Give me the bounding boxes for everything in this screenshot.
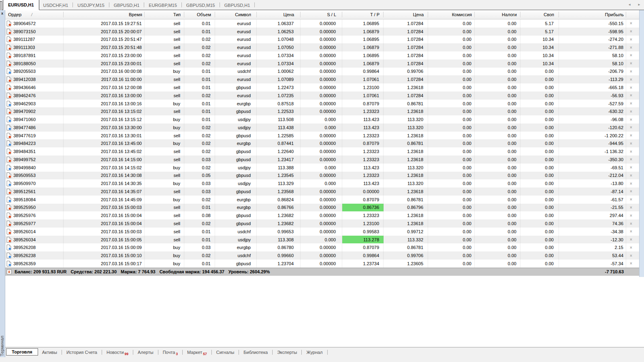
vertical-scrollbar[interactable] (639, 10, 644, 277)
terminal-tab[interactable]: История Счета (62, 349, 101, 356)
terminal-tab[interactable]: Торговля (6, 348, 38, 356)
order-row[interactable]: 3895263592017.03.16 15:00:17buy0.01gbpus… (5, 260, 639, 268)
order-row[interactable]: 3894842232017.03.16 13:45:00buy0.02eurgb… (5, 139, 639, 147)
close-order-icon[interactable]: × (626, 172, 639, 180)
chart-tab[interactable]: EURUSD,H1 (3, 0, 39, 10)
close-order-icon[interactable]: × (626, 28, 639, 36)
chart-tab[interactable]: EURGBP,M15 (145, 1, 181, 9)
close-order-icon[interactable]: × (626, 219, 639, 228)
column-header-tp[interactable]: T / P (342, 10, 384, 19)
close-order-icon[interactable]: × (626, 228, 639, 236)
close-order-icon[interactable]: × (626, 187, 639, 196)
terminal-tab[interactable]: Библиотека (239, 349, 272, 356)
close-order-icon[interactable]: × (626, 196, 639, 204)
column-header-price-open[interactable]: Цена (257, 10, 301, 19)
tabs-scroll-right-icon[interactable]: ► (638, 3, 641, 7)
order-row[interactable]: 3895125612017.03.16 14:35:07sell0.03gbpu… (5, 187, 639, 196)
close-order-icon[interactable]: × (626, 236, 639, 244)
terminal-tab[interactable]: Журнал (302, 349, 326, 356)
order-row[interactable]: 3894997522017.03.16 14:15:00sell0.03gbpu… (5, 155, 639, 164)
order-row[interactable]: 3892055032017.03.16 00:00:08buy0.01usdch… (5, 68, 639, 76)
column-header-sl[interactable]: S / L (301, 10, 342, 19)
column-header-volume[interactable]: Объем (184, 10, 215, 19)
terminal-tab[interactable]: Сигналы (212, 349, 239, 356)
close-order-icon[interactable]: × (626, 92, 639, 100)
close-order-icon[interactable]: × (626, 83, 639, 92)
order-row[interactable]: 3894709022017.03.16 13:15:02sell0.01gbpu… (5, 107, 639, 115)
close-order-icon[interactable]: × (626, 107, 639, 115)
order-row[interactable]: 3894710602017.03.16 13:15:12buy0.01usdjp… (5, 115, 639, 124)
terminal-tab-label: Маркет (187, 350, 202, 355)
close-order-icon[interactable]: × (626, 19, 639, 28)
order-row[interactable]: 3894998402017.03.16 14:15:02buy0.02usdjp… (5, 164, 639, 172)
order-row[interactable]: 3891878912017.03.15 23:00:00sell0.02euru… (5, 51, 639, 60)
order-row[interactable]: 3895180842017.03.16 14:45:09buy0.02eurgb… (5, 196, 639, 204)
close-order-icon[interactable]: × (626, 43, 639, 51)
close-order-icon[interactable]: × (626, 260, 639, 268)
column-header-price-close[interactable]: Цена (384, 10, 428, 19)
order-row[interactable]: 3891113032017.03.15 20:51:48sell0.02euru… (5, 43, 639, 51)
column-header-commission[interactable]: Комиссия (428, 10, 475, 19)
close-order-icon[interactable]: × (626, 147, 639, 155)
chart-tab[interactable]: GBPUSD,H1 (110, 1, 144, 9)
column-header-profit[interactable]: Прибыль (559, 10, 626, 19)
terminal-tab[interactable]: Маркет57 (183, 349, 211, 356)
close-order-icon[interactable]: × (626, 124, 639, 132)
column-header-swap[interactable]: Своп (520, 10, 559, 19)
cell-price2: 1.07284 (384, 19, 428, 28)
close-order-icon[interactable]: × (626, 251, 639, 260)
order-row[interactable]: 3891112872017.03.15 20:51:47sell0.02euru… (5, 36, 639, 44)
column-header-taxes[interactable]: Налоги (475, 10, 520, 19)
order-row[interactable]: 3895259762017.03.16 15:00:04sell0.08gbpu… (5, 211, 639, 219)
order-row[interactable]: 3891880502017.03.15 23:00:01sell0.02euru… (5, 60, 639, 68)
terminal-tab[interactable]: Активы (38, 349, 61, 356)
cell-tp: 0.87079 (342, 100, 384, 108)
column-header-order[interactable]: Ордер / (5, 10, 64, 19)
close-terminal-button[interactable]: x (1, 12, 5, 15)
close-order-icon[interactable]: × (626, 68, 639, 76)
close-order-icon[interactable]: × (626, 75, 639, 83)
terminal-tab[interactable]: Новости99 (102, 349, 132, 356)
order-row[interactable]: 3890645722017.03.15 19:27:51sell0.01euru… (5, 19, 639, 28)
close-order-icon[interactable]: × (626, 132, 639, 140)
order-row[interactable]: 3894624762017.03.16 13:00:00sell0.02euru… (5, 92, 639, 100)
terminal-tab[interactable]: Алерты (134, 349, 158, 356)
close-order-icon[interactable]: × (626, 243, 639, 251)
order-row[interactable]: 3894843512017.03.16 13:45:02sell0.02gbpu… (5, 147, 639, 155)
order-row[interactable]: 3894776192017.03.16 13:30:01sell0.02gbpu… (5, 132, 639, 140)
order-row[interactable]: 3895260342017.03.16 15:00:05sell0.01usdj… (5, 236, 639, 244)
order-row[interactable]: 3895259772017.03.16 15:00:04sell0.02gbpu… (5, 219, 639, 228)
close-order-icon[interactable]: × (626, 51, 639, 60)
order-row[interactable]: 3894629032017.03.16 13:00:16buy0.01eurgb… (5, 100, 639, 108)
order-row[interactable]: 3894366462017.03.16 12:00:08sell0.01gbpu… (5, 83, 639, 92)
close-order-icon[interactable]: × (626, 139, 639, 147)
terminal-tab[interactable]: Почта3 (159, 349, 182, 356)
column-header-symbol[interactable]: Символ (215, 10, 257, 19)
chart-tab[interactable]: USDCHF,H1 (39, 1, 73, 9)
order-row[interactable]: 3895259502017.03.16 15:00:03sell0.01eurg… (5, 204, 639, 212)
order-row[interactable]: 3895262382017.03.16 15:00:10buy0.02usdch… (5, 251, 639, 260)
terminal-tab[interactable]: Эксперты (273, 349, 301, 356)
chart-tab[interactable]: GBPUSD,M15 (182, 1, 219, 9)
tabs-scroll-left-icon[interactable]: ◄ (628, 3, 631, 7)
order-row[interactable]: 3895095532017.03.16 14:30:08sell0.05gbpu… (5, 172, 639, 180)
chart-tab[interactable]: USDJPY,M15 (73, 1, 108, 9)
order-row[interactable]: 3895260142017.03.16 15:00:03sell0.01usdc… (5, 228, 639, 236)
order-row[interactable]: 3890731502017.03.15 20:00:07sell0.01euru… (5, 28, 639, 36)
column-header-time[interactable]: Время (64, 10, 145, 19)
order-row[interactable]: 3894774862017.03.16 13:30:00buy0.02usdjp… (5, 124, 639, 132)
column-header-type[interactable]: Тип (145, 10, 184, 19)
close-order-icon[interactable]: × (626, 100, 639, 108)
close-order-icon[interactable]: × (626, 204, 639, 212)
close-order-icon[interactable]: × (626, 36, 639, 44)
close-order-icon[interactable]: × (626, 164, 639, 172)
order-row[interactable]: 3895262082017.03.16 15:00:09buy0.03eurgb… (5, 243, 639, 251)
close-order-icon[interactable]: × (626, 211, 639, 219)
close-order-icon[interactable]: × (626, 155, 639, 164)
close-order-icon[interactable]: × (626, 179, 639, 187)
close-order-icon[interactable]: × (626, 115, 639, 124)
order-row[interactable]: 3895099702017.03.16 14:30:35buy0.03usdjp… (5, 179, 639, 187)
order-row[interactable]: 3894120382017.03.16 11:00:00sell0.01euru… (5, 75, 639, 83)
close-order-icon[interactable]: × (626, 60, 639, 68)
chart-tab[interactable]: GBPUSD,H1 (220, 1, 254, 9)
